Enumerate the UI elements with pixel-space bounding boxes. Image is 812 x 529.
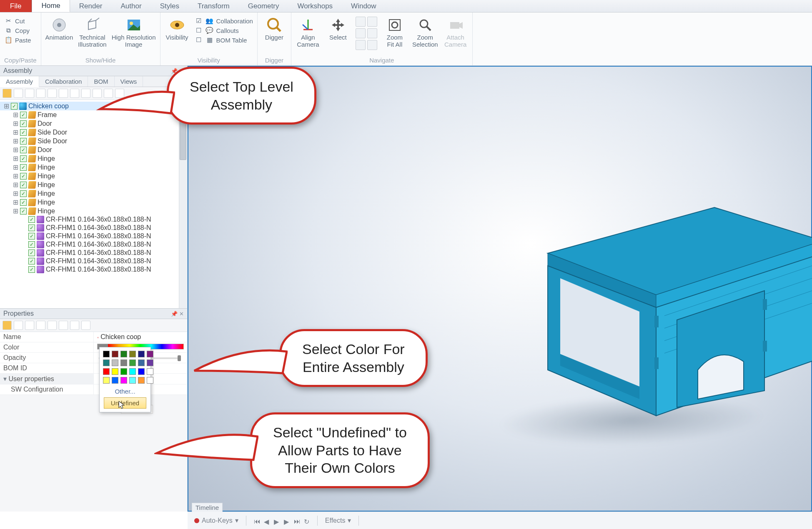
prop-name-value[interactable]: ◦Chicken coop <box>94 332 187 342</box>
color-swatch[interactable] <box>129 351 136 357</box>
slider-thumb[interactable] <box>178 355 181 361</box>
tree-node[interactable]: ⊞✓Side Door <box>0 137 187 145</box>
scrollbar-track[interactable] <box>179 100 187 308</box>
tree-node[interactable]: ⊞✓Hinge <box>0 154 187 163</box>
color-swatch[interactable] <box>112 351 118 357</box>
play-icon[interactable]: ▶ <box>274 518 280 524</box>
tab-workshops[interactable]: Workshops <box>288 0 342 12</box>
visibility-checkbox[interactable]: ✓ <box>28 250 35 256</box>
color-swatch[interactable] <box>103 368 110 375</box>
visibility-checkbox[interactable]: ✓ <box>20 155 27 162</box>
skip-end-icon[interactable]: ⏭ <box>294 518 300 524</box>
3d-model[interactable] <box>531 191 812 424</box>
select-button[interactable]: Select <box>326 14 351 41</box>
animation-button[interactable]: Animation <box>45 14 73 41</box>
navigate-mini-tools[interactable] <box>356 14 377 50</box>
visibility-checkbox[interactable]: ✓ <box>20 129 27 136</box>
visibility-checkbox[interactable]: ✓ <box>28 225 35 231</box>
paste-button[interactable]: 📋Paste <box>4 36 31 44</box>
tree-node[interactable]: ⊞✓Hinge <box>0 180 187 189</box>
tree-node[interactable]: ⊞✓Hinge <box>0 172 187 180</box>
color-swatch[interactable] <box>147 351 153 357</box>
high-res-image-button[interactable]: High Resolution Image <box>112 14 156 48</box>
zoom-fit-button[interactable]: Zoom Fit All <box>382 14 407 48</box>
color-swatch[interactable] <box>120 377 127 384</box>
color-swatch[interactable] <box>112 368 118 375</box>
collaboration-toggle[interactable]: ☑👥Collaboration <box>195 17 253 25</box>
color-swatch[interactable] <box>138 351 145 357</box>
visibility-checkbox[interactable]: ✓ <box>11 103 18 110</box>
tree-node[interactable]: ⊞✓Door <box>0 145 187 154</box>
expand-icon[interactable]: ⊞ <box>13 128 18 136</box>
copy-button[interactable]: ⧉Copy <box>4 26 31 35</box>
expand-icon[interactable]: ⊞ <box>13 181 18 189</box>
technical-illustration-button[interactable]: Technical Illustration <box>78 14 106 48</box>
tree-node[interactable]: ✓CR-FHM1 0.164-36x0.188x0.188-N <box>0 215 187 224</box>
expand-icon[interactable]: ⊞ <box>3 102 9 110</box>
color-swatch[interactable] <box>120 359 127 366</box>
pin-icon[interactable]: 📌 ✕ <box>171 311 184 317</box>
visibility-checkbox[interactable]: ✓ <box>20 138 27 145</box>
digger-button[interactable]: Digger <box>262 14 287 41</box>
color-swatch[interactable] <box>147 368 153 375</box>
expand-icon[interactable]: ⊞ <box>13 137 18 145</box>
color-swatch[interactable] <box>138 359 145 366</box>
visibility-checkbox[interactable]: ✓ <box>28 266 35 273</box>
expand-icon[interactable]: ⊞ <box>13 111 18 119</box>
color-swatch[interactable] <box>120 368 127 375</box>
subtab-collaboration[interactable]: Collaboration <box>39 76 88 87</box>
visibility-button[interactable]: Visibility <box>165 14 190 41</box>
zoom-selection-button[interactable]: Zoom Selection <box>412 14 438 48</box>
color-swatch[interactable] <box>103 351 110 357</box>
color-swatch[interactable] <box>120 351 127 357</box>
expand-icon[interactable]: ⊞ <box>13 155 18 162</box>
color-swatch[interactable] <box>112 359 118 366</box>
subtab-bom[interactable]: BOM <box>88 76 114 87</box>
tree-node[interactable]: ✓CR-FHM1 0.164-36x0.188x0.188-N <box>0 257 187 265</box>
visibility-checkbox[interactable]: ✓ <box>20 147 27 153</box>
visibility-checkbox[interactable]: ✓ <box>20 173 27 180</box>
prop-userprops-group[interactable]: User properties <box>0 374 94 384</box>
color-swatch[interactable] <box>129 377 136 384</box>
file-tab[interactable]: File <box>0 0 32 12</box>
properties-toolbar[interactable] <box>0 319 187 332</box>
tree-node[interactable]: ✓CR-FHM1 0.164-36x0.188x0.188-N <box>0 232 187 240</box>
expand-icon[interactable]: ⊞ <box>13 207 18 215</box>
color-swatch[interactable] <box>129 359 136 366</box>
tab-author[interactable]: Author <box>112 0 151 12</box>
tab-render[interactable]: Render <box>70 0 112 12</box>
color-swatch[interactable] <box>112 377 118 384</box>
visibility-checkbox[interactable]: ✓ <box>20 199 27 206</box>
loop-icon[interactable]: ↻ <box>304 518 310 524</box>
expand-icon[interactable]: ⊞ <box>13 120 18 127</box>
color-swatch[interactable] <box>147 377 153 384</box>
callouts-toggle[interactable]: ☐💬Callouts <box>195 26 253 35</box>
tab-styles[interactable]: Styles <box>151 0 188 12</box>
tab-home[interactable]: Home <box>32 0 70 12</box>
visibility-checkbox[interactable]: ✓ <box>28 258 35 264</box>
expand-icon[interactable]: ⊞ <box>13 190 18 197</box>
skip-start-icon[interactable]: ⏮ <box>254 518 260 524</box>
visibility-checkbox[interactable]: ✓ <box>20 164 27 171</box>
tab-geometry[interactable]: Geometry <box>239 0 288 12</box>
expand-icon[interactable]: ⊞ <box>13 163 18 171</box>
tree-node[interactable]: ⊞✓Hinge <box>0 207 187 215</box>
expand-icon[interactable]: ⊞ <box>13 172 18 180</box>
effects-dropdown[interactable]: Effects▾ <box>325 517 351 524</box>
visibility-checkbox[interactable]: ✓ <box>20 120 27 127</box>
color-swatch[interactable] <box>129 368 136 375</box>
tree-node[interactable]: ✓CR-FHM1 0.164-36x0.188x0.188-N <box>0 249 187 257</box>
visibility-checkbox[interactable]: ✓ <box>28 233 35 240</box>
autokeys-toggle[interactable]: Auto-Keys▾ <box>194 517 238 524</box>
color-other-button[interactable]: Other... <box>102 384 148 397</box>
subtab-views[interactable]: Views <box>115 76 143 87</box>
color-swatch[interactable] <box>103 359 110 366</box>
expand-icon[interactable]: ⊞ <box>13 146 18 154</box>
color-swatch[interactable] <box>147 359 153 366</box>
tab-transform[interactable]: Transform <box>188 0 239 12</box>
tree-node[interactable]: ⊞✓Hinge <box>0 189 187 198</box>
cut-button[interactable]: ✂Cut <box>4 17 31 25</box>
playback-controls[interactable]: ⏮ ◀ ▶ ▶ ⏭ ↻ <box>254 518 310 524</box>
next-icon[interactable]: ▶ <box>284 518 290 524</box>
subtab-assembly[interactable]: Assembly <box>0 76 39 87</box>
